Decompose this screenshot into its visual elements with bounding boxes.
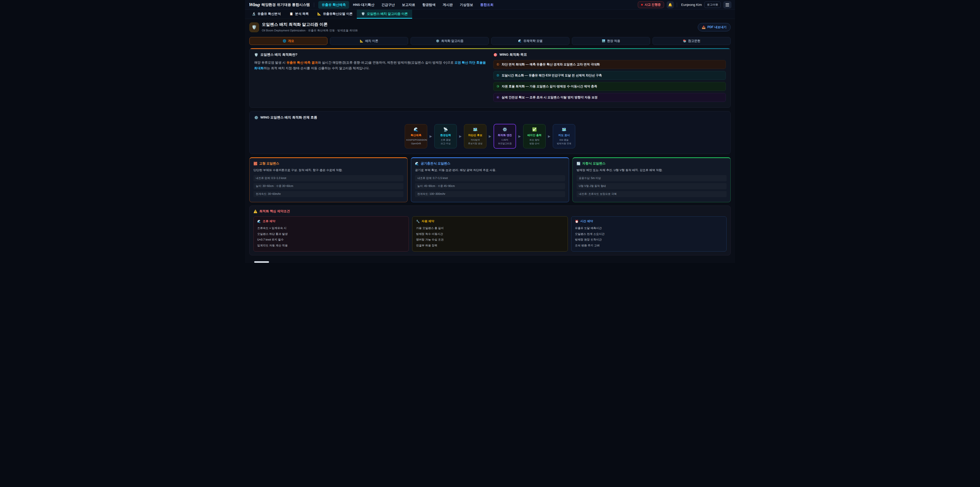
boom-card-desc: 방제정 예인 또는 자체 추진. U형·V형 동적 배치. 강조류 해역 적합. [576, 168, 727, 172]
arrow-right-icon: ▶ [430, 134, 432, 138]
nav-item-reports[interactable]: 보고자료 [399, 1, 418, 9]
boom-spec: 높이: 30~60cm · 수중 30~60cm [253, 183, 404, 189]
constraint-card-current: 🌊 조류 제약 조류속도 > 임계유속 시 오일펜스 하단 통과 발생 U<0.… [253, 216, 409, 252]
section-tab-overview[interactable]: 🌐 개요 [249, 37, 328, 45]
tab-analysis-list[interactable]: 📋 분석 목록 [285, 10, 313, 19]
boom-card-title: 공기충전식 오일펜스 [421, 161, 450, 166]
boom-spec: 내조류: 조류각도 보정으로 극복 [576, 191, 727, 197]
nav-item-aerial-search[interactable]: 항공탐색 [419, 1, 439, 9]
hamburger-menu-icon[interactable] [723, 1, 732, 8]
shield-icon: 🛡️ [361, 12, 365, 16]
goals-block: 🎯 WING 최적화 목표 ① 차단 면적 최대화 — 예측 유출유 확산 경계… [493, 52, 726, 104]
constraint-line: 조석 변환 주기 고려 [575, 243, 723, 249]
satellite-antenna-icon: 📡 [436, 127, 455, 132]
incident-status-badge[interactable]: 사고 진행중 [638, 1, 664, 8]
circled-number-4-icon: ④ [496, 96, 500, 99]
goal-text: 실패 안전성 확보 — 조류 초과 시 오일펜스 이탈 방지 방향각 자동 보정 [502, 95, 598, 100]
flow-card: ⚙️ WING 오일펜스 배치 최적화 전체 흐름 🌊 확산예측 KOSPS/P… [249, 111, 731, 154]
definition-title: 오일펜스 배치 최적화란? [260, 52, 298, 57]
divider [314, 3, 314, 7]
tab-label: 유출유확산모델 이론 [323, 12, 352, 16]
section-tab-label: 참고문헌 [688, 39, 700, 43]
horizontal-scrollbar[interactable] [254, 261, 269, 263]
tab-spill-diffusion-analysis[interactable]: 🔬 유출유 확산분석 [248, 10, 285, 19]
section-tab-field-application[interactable]: 🏙️ 현장 적용 [572, 37, 650, 45]
constraint-line: 방제정 척수·이동시간 [416, 231, 564, 237]
clipboard-icon: 📋 [290, 12, 293, 16]
constraint-card-title: 자원 제약 [422, 219, 434, 223]
nav-item-oil-spill-prediction[interactable]: 유출유 확산예측 [318, 1, 349, 9]
section-tab-label: 개요 [288, 39, 294, 43]
incident-dot-icon [641, 4, 643, 6]
section-tab-label: 유체역학 모델 [523, 39, 542, 43]
tab-oil-boom-algorithm-theory[interactable]: 🛡️ 오일펜스 배치 알고리즘 이론 [357, 10, 412, 19]
boom-spec: 내조류 한계: 0.5~1.0 knot [253, 175, 404, 181]
gear-icon: ⚙️ [495, 127, 514, 132]
tab-label: 유출유 확산분석 [258, 12, 281, 16]
constraint-line: 가용 오일펜스 총 길이 [416, 225, 564, 231]
goal-item-resource-efficiency: ③ 자원 효율 최적화 — 가용 오일펜스 길이·방제정 수·이동시간 제약 충… [493, 82, 726, 91]
constraint-card-title: 조류 제약 [262, 219, 275, 223]
nav-item-integrated-search[interactable]: 통합조회 [477, 1, 497, 9]
gear-icon: ⚙️ [436, 39, 439, 43]
pdf-export-button[interactable]: 📥 PDF 내보내기 [698, 23, 731, 31]
circled-number-1-icon: ① [496, 62, 500, 66]
flow-step-barrier-candidates: 🗺️ 차단선 후보 격자탐색 후보지점 생성 [464, 124, 487, 148]
target-icon: 🎯 [493, 53, 497, 57]
nav-item-emergency-rescue[interactable]: 긴급구난 [378, 1, 398, 9]
tab-diffusion-model-theory[interactable]: 📐 유출유확산모델 이론 [313, 10, 357, 19]
topbar: Wing 해양환경 위기대응 통합시스템 유출유 확산예측 HNS·대기확산 긴… [245, 0, 735, 10]
constraint-line: 연결부 허용 장력 [416, 243, 564, 249]
wave-icon: 🌊 [415, 162, 419, 166]
globe-icon: 🌐 [283, 39, 286, 43]
microscope-icon: 🔬 [252, 12, 256, 16]
page-header-texts: 오일펜스 배치 최적화 알고리즘 이론 Oil Boom Deployment … [262, 22, 358, 32]
check-mark-icon: ✅ [525, 127, 544, 132]
constraints-title: 최적화 핵심 제약조건 [259, 209, 290, 214]
page-subtitle: Oil Boom Deployment Optimization · 유출유 확… [262, 29, 358, 32]
logout-button[interactable]: 로그아웃 [704, 2, 721, 8]
sub-tabbar: 🔬 유출유 확산분석 📋 분석 목록 📐 유출유확산모델 이론 🛡️ 오일펜스 … [245, 10, 735, 19]
constraints-card: ⚠️ 최적화 핵심 제약조건 🌊 조류 제약 조류속도 > 임계유속 시 오일펜… [249, 206, 731, 255]
books-icon: 📚 [683, 39, 687, 43]
app-logo: Wing 해양환경 위기대응 통합시스템 [248, 2, 310, 7]
nav-item-hns-atmospheric[interactable]: HNS·대기확산 [350, 1, 378, 9]
triangle-ruler-icon: 📐 [317, 12, 321, 16]
boom-card-title: 자항식 오일펜스 [582, 161, 606, 166]
goal-text: 도달시간 최소화 — 유출유 해안·ESI 민감구역 도달 전 선제적 차단선 … [502, 73, 602, 78]
tab-label: 분석 목록 [295, 12, 309, 16]
section-tab-references[interactable]: 📚 참고문헌 [652, 37, 731, 45]
boom-card-air-inflatable: 🌊 공기충전식 오일펜스 공기로 부력 확보. 이동·보관 편리. 해상 광역 … [411, 157, 569, 202]
boom-spec: 높이: 45~90cm · 수중 45~90cm [415, 183, 565, 189]
notification-bell-icon[interactable]: 🔔 [667, 1, 674, 8]
constraint-line: 앵커링 가능 수심 조건 [416, 237, 564, 243]
constraint-card-resource: 🔧 자원 제약 가용 오일펜스 총 길이 방제정 척수·이동시간 앵커링 가능 … [412, 216, 568, 252]
boom-card-title: 고형 오일펜스 [259, 161, 279, 166]
flow-step-diffusion-prediction: 🌊 확산예측 KOSPS/POSEIDON OpenDrift [405, 124, 427, 148]
circled-number-3-icon: ③ [496, 85, 500, 88]
section-nav: 🌐 개요 📐 배치 이론 ⚙️ 최적화 알고리즘 🌊 유체역학 모델 🏙️ 현장… [249, 37, 731, 45]
constraint-line: 임계각도 자동 계산 적용 [257, 243, 405, 249]
wave-icon: 🌊 [518, 39, 522, 43]
constraint-line: 방제정 현장 도착시간 [575, 237, 723, 243]
section-tab-optimization-algorithm[interactable]: ⚙️ 최적화 알고리즘 [410, 37, 489, 45]
app-title: 해양환경 위기대응 통합시스템 [262, 3, 310, 7]
flow-step-environment-input: 📡 환경입력 조류·풍향 파고·수심 [434, 124, 457, 148]
constraint-line: U<0.7 knot 유지 필수 [257, 237, 405, 243]
topbar-right: 사고 진행중 🔔 Eunjeong Kim 로그아웃 [638, 1, 732, 8]
arrow-right-icon: ▶ [548, 134, 550, 138]
boom-spec: 전개속도: 100~300m/hr [415, 191, 565, 197]
goal-item-fail-safety: ④ 실패 안전성 확보 — 조류 초과 시 오일펜스 이탈 방지 방향각 자동 … [493, 93, 726, 102]
nav-item-board[interactable]: 게시판 [439, 1, 456, 9]
shield-icon: 🛡️ [249, 22, 259, 32]
constraint-line: 오일펜스 하단 통과 발생 [257, 231, 405, 237]
user-name: Eunjeong Kim [681, 3, 702, 6]
cityscape-icon: 🏙️ [602, 39, 605, 43]
section-tab-label: 현장 적용 [607, 39, 620, 43]
constraint-line: 유출유 도달 예측시간 [575, 225, 723, 231]
section-tab-deployment-theory[interactable]: 📐 배치 이론 [330, 37, 408, 45]
nav-item-weather-info[interactable]: 기상정보 [457, 1, 476, 9]
section-tab-hydrodynamic-model[interactable]: 🌊 유체역학 모델 [491, 37, 570, 45]
wing-logo-icon: Wing [248, 2, 259, 7]
boom-spec: U형·V형·J형 동적 형태 [576, 183, 727, 189]
